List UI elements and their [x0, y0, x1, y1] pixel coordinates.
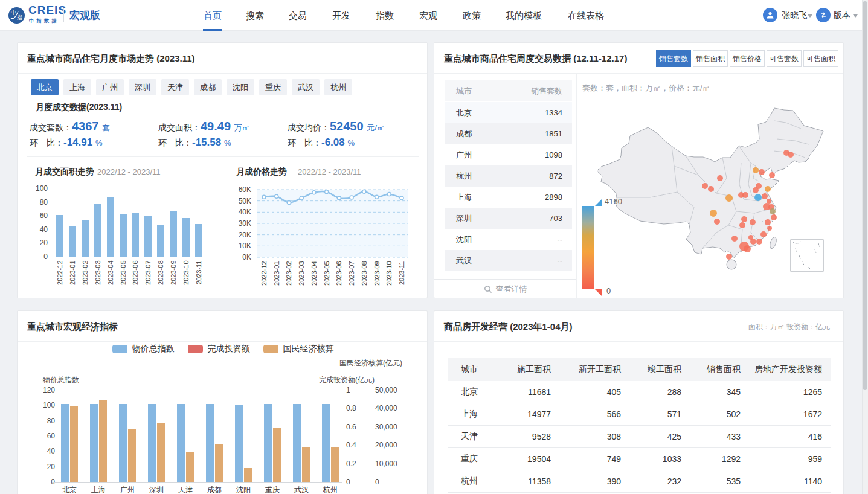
weekly-table-row[interactable]: 成都1851 — [445, 123, 572, 144]
eco-right1-tick: 0.4 — [346, 441, 356, 449]
metric-tab-4[interactable]: 可售套数 — [767, 50, 802, 67]
legend-item-3[interactable]: 国民经济核算 — [263, 344, 334, 354]
area-chart-range: 2022/12 - 2023/11 — [97, 167, 161, 176]
bar — [56, 215, 63, 257]
city-tab-10[interactable]: 杭州 — [324, 79, 352, 95]
weekly-table-row[interactable]: 杭州872 — [445, 165, 572, 187]
row-city: 沈阳 — [456, 229, 472, 250]
line-point — [337, 196, 341, 200]
map-dot — [739, 222, 745, 228]
metric-tab-1[interactable]: 销售套数 — [656, 50, 691, 67]
dev-table-row: 天津9528308425433416 — [448, 426, 831, 448]
city-tab-1[interactable]: 北京 — [31, 79, 59, 95]
dev-cell: 416 — [741, 432, 831, 441]
user-caret-icon[interactable] — [808, 14, 812, 18]
stat-ratio-1: 环 比：-14.91 % — [30, 136, 103, 149]
map-dot — [725, 194, 733, 202]
city-tab-2[interactable]: 上海 — [63, 79, 91, 95]
panel-eco-indicators: 重点城市宏观经济指标 物价总指数完成投资额国民经济核算 物价总指数 完成投资额(… — [17, 310, 428, 494]
eco-bar-cpi — [119, 404, 127, 482]
city-tab-8[interactable]: 重庆 — [259, 79, 287, 95]
line-y-tick: 0K — [227, 253, 251, 261]
line-x-label: 2023-09 — [373, 261, 381, 293]
eco-left-tick: 100 — [31, 401, 55, 409]
bar-x-label: 2023-03 — [94, 261, 101, 292]
bar-y-tick: 40 — [25, 225, 48, 234]
legend-swatch — [188, 345, 203, 353]
legend-label: 国民经济核算 — [283, 344, 334, 354]
metric-tab-3[interactable]: 销售价格 — [730, 50, 765, 67]
map-inset-south-china-sea — [791, 240, 823, 271]
dev-table-header: 城市施工面积新开工面积竣工面积销售面积房地产开发投资额 — [448, 358, 831, 381]
dev-cell: 上海 — [448, 409, 505, 420]
stat-label: 成交面积： — [158, 123, 201, 132]
map-dot — [767, 226, 772, 231]
scrollbar-track[interactable] — [862, 0, 868, 494]
weekly-table-row[interactable]: 武汉-- — [445, 250, 572, 271]
eco-bar-cpi — [177, 404, 185, 482]
dev-cell: 1033 — [621, 454, 681, 464]
city-tab-3[interactable]: 广州 — [96, 79, 124, 95]
bar-x-label: 2023-04 — [106, 261, 114, 292]
city-tab-9[interactable]: 武汉 — [292, 79, 320, 95]
city-tab-4[interactable]: 深圳 — [129, 79, 156, 95]
map-dot — [741, 216, 747, 222]
version-caret-icon[interactable] — [853, 14, 858, 18]
city-tab-7[interactable]: 沈阳 — [227, 79, 254, 95]
line-x-label: 2023-02 — [285, 261, 293, 293]
view-detail-link[interactable]: 查看详情 — [434, 280, 576, 298]
weekly-table-row[interactable]: 广州1098 — [445, 144, 572, 165]
eco-right2-tick: 0 — [375, 478, 379, 486]
dev-cell: 232 — [621, 476, 681, 486]
nav-item-8[interactable]: 我的模板 — [501, 0, 546, 31]
weekly-table-row[interactable]: 深圳703 — [445, 208, 572, 229]
legend-item-1[interactable]: 物价总指数 — [112, 344, 175, 354]
brand-divider — [63, 8, 64, 22]
weekly-table-row[interactable]: 上海2898 — [445, 187, 572, 208]
metric-tab-5[interactable]: 可售面积 — [803, 50, 838, 67]
nav-item-7[interactable]: 政策 — [458, 0, 485, 31]
user-name[interactable]: 张晓飞 — [782, 0, 807, 31]
panel-dev-header: 商品房开发经营 (2023年1-04月) 面积：万㎡ 投资额：亿元 — [434, 311, 843, 342]
eco-right2-tick: 40,000 — [375, 404, 397, 412]
eco-bar-cpi — [61, 404, 69, 482]
eco-city-label: 天津 — [172, 485, 199, 494]
legend-item-2[interactable]: 完成投资额 — [188, 344, 250, 354]
stat-item-3: 成交均价：52450 元/㎡ — [288, 120, 385, 133]
price-line-chart — [251, 185, 420, 262]
version-label[interactable]: 版本 — [834, 0, 850, 31]
nav-item-4[interactable]: 开发 — [328, 0, 355, 31]
city-tab-5[interactable]: 天津 — [161, 79, 189, 95]
line-y-tick: 10K — [227, 242, 251, 250]
eco-right1-axis-title: 完成投资额(亿元) — [319, 375, 375, 385]
eco-bar-cpi — [235, 405, 243, 482]
price-chart-range: 2022/12 - 2023/11 — [298, 167, 361, 176]
legend-swatch — [112, 345, 127, 353]
version-icon[interactable] — [816, 8, 831, 22]
metric-tab-2[interactable]: 销售面积 — [693, 50, 728, 67]
eco-right2-axis-title: 国民经济核算(亿元) — [339, 358, 402, 368]
bar — [144, 216, 152, 257]
nav-item-9[interactable]: 在线表格 — [564, 0, 608, 31]
row-value: 1851 — [545, 123, 562, 144]
nav-item-5[interactable]: 指数 — [371, 0, 398, 31]
stat-item-2: 成交面积：49.49 万㎡ — [158, 120, 250, 133]
city-tab-6[interactable]: 成都 — [194, 79, 222, 95]
map-dot — [765, 186, 771, 192]
weekly-table-row[interactable]: 沈阳-- — [445, 229, 572, 250]
dev-cell: 14977 — [505, 409, 551, 419]
weekly-table-row[interactable]: 北京1334 — [445, 102, 572, 123]
nav-item-1[interactable]: 首页 — [199, 0, 226, 31]
col-city: 城市 — [456, 80, 472, 101]
line-y-tick: 60K — [227, 185, 251, 194]
panel-eco-header: 重点城市宏观经济指标 — [18, 311, 427, 342]
user-avatar-icon[interactable] — [763, 8, 777, 22]
nav-item-3[interactable]: 交易 — [285, 0, 311, 31]
dev-cell: 北京 — [448, 387, 505, 397]
scrollbar-thumb[interactable] — [863, 1, 867, 390]
line-x-label: 2023-04 — [310, 261, 318, 293]
panel-eco-title: 重点城市宏观经济指标 — [27, 311, 118, 342]
dev-cell: 345 — [681, 387, 741, 397]
nav-item-2[interactable]: 搜索 — [242, 0, 268, 31]
nav-item-6[interactable]: 宏观 — [415, 0, 442, 31]
